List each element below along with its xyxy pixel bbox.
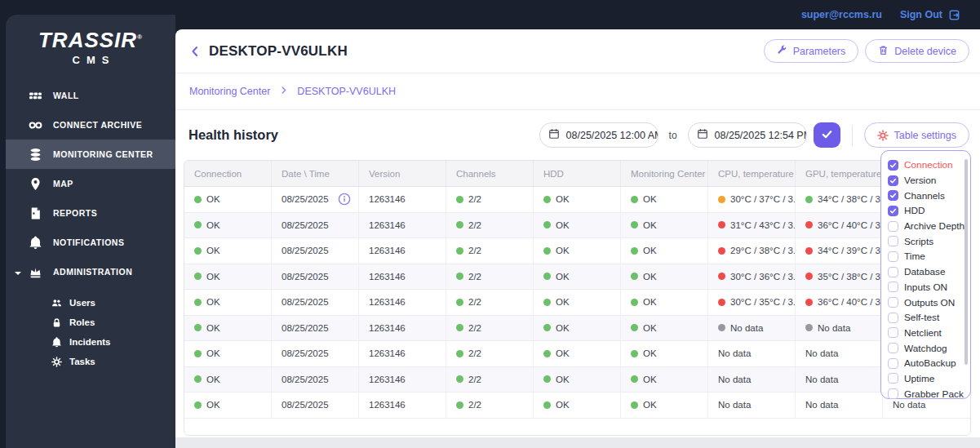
- info-icon[interactable]: [338, 193, 351, 206]
- table-row[interactable]: OK08/25/202512631462/2OKOK31°C / 43°C / …: [184, 213, 970, 239]
- table-cell: 36°C / 40°C / 3...: [796, 290, 883, 315]
- settings-option-channels[interactable]: Channels: [888, 188, 962, 203]
- table-row[interactable]: OK08/25/202512631462/2OKOK30°C / 35°C / …: [184, 290, 970, 316]
- settings-option-hdd[interactable]: HDD: [888, 203, 962, 219]
- table-cell: 1263146: [359, 367, 446, 393]
- sidebar-subitem-roles[interactable]: Roles: [6, 313, 175, 332]
- sign-out-button[interactable]: Sign Out: [900, 9, 960, 21]
- table-cell: 34°C / 38°C / 3...: [796, 187, 883, 212]
- sidebar-admin-submenu: UsersRolesIncidentsTasks: [6, 293, 175, 371]
- checkbox[interactable]: [888, 297, 898, 308]
- delete-device-button[interactable]: Delete device: [865, 39, 969, 63]
- sidebar-item-notifications[interactable]: NOTIFICATIONS: [6, 228, 175, 257]
- cell-text: OK: [206, 400, 220, 410]
- settings-option-version[interactable]: Version: [888, 173, 962, 189]
- status-dot-green: [543, 221, 551, 228]
- settings-option-connection[interactable]: Connection: [888, 157, 962, 173]
- checkbox[interactable]: [888, 267, 898, 277]
- status-dot-green: [456, 247, 463, 255]
- settings-option-time[interactable]: Time: [888, 249, 962, 264]
- cell-text: OK: [643, 246, 657, 255]
- checkbox[interactable]: [888, 327, 898, 338]
- status-dot-green: [543, 350, 551, 357]
- parameters-button[interactable]: Parameters: [764, 39, 859, 63]
- settings-option-uptime[interactable]: Uptime: [888, 371, 962, 387]
- table-settings-button[interactable]: Table settings: [864, 122, 969, 148]
- date-to-input[interactable]: 08/25/2025 12:54 PM: [688, 122, 807, 148]
- settings-option-watchdog[interactable]: Watchdog: [888, 340, 962, 356]
- breadcrumb-monitoring-center[interactable]: Monitoring Center: [189, 86, 270, 97]
- logo-text: TRASSIR®: [6, 28, 175, 53]
- cell-text: 08/25/2025: [282, 375, 329, 384]
- settings-option-grabber-pack[interactable]: Grabber Pack: [888, 386, 962, 401]
- caret-down-icon[interactable]: [15, 268, 21, 278]
- settings-option-inputs-on[interactable]: Inputs ON: [888, 280, 962, 295]
- sidebar-item-connect-archive[interactable]: CONNECT ARCHIVE: [6, 110, 175, 140]
- table-cell: OK: [534, 367, 621, 393]
- settings-option-database[interactable]: Database: [888, 264, 962, 280]
- checkbox[interactable]: [888, 160, 898, 171]
- table-row[interactable]: OK08/25/202512631462/2OKOKNo dataNo data: [184, 341, 970, 367]
- checkbox[interactable]: [888, 190, 898, 201]
- table-cell: OK: [621, 238, 708, 264]
- settings-option-self-test[interactable]: Self-test: [888, 310, 962, 326]
- status-dot-red: [718, 247, 725, 255]
- sidebar-subitem-tasks[interactable]: Tasks: [6, 352, 175, 371]
- table-row[interactable]: OK08/25/202512631462/2OKOK30°C / 37°C / …: [184, 187, 970, 213]
- settings-option-scripts[interactable]: Scripts: [888, 233, 962, 249]
- table-row[interactable]: OK08/25/202512631462/2OKOKNo dataNo data: [184, 367, 970, 393]
- date-from-input[interactable]: 08/25/2025 12:00 AM: [539, 122, 659, 148]
- checkbox[interactable]: [888, 358, 898, 369]
- apply-date-button[interactable]: [814, 122, 840, 148]
- sidebar-subitem-users[interactable]: Users: [6, 293, 175, 313]
- sidebar-item-reports[interactable]: REPORTS: [6, 198, 175, 228]
- settings-option-outputs-on[interactable]: Outputs ON: [888, 295, 962, 310]
- bell-small-icon: [51, 337, 62, 348]
- crown-icon: [29, 265, 42, 279]
- table-row[interactable]: OK08/25/202512631462/2OKOKNo dataNo data…: [184, 393, 970, 419]
- table-row[interactable]: OK08/25/202512631462/2OKOK30°C / 36°C / …: [184, 264, 970, 291]
- table-cell: 08/25/2025: [272, 341, 359, 366]
- cell-text: 30°C / 36°C / 3...: [730, 272, 796, 282]
- table-cell: 1263146: [359, 316, 446, 341]
- table-cell: OK: [534, 290, 621, 315]
- cell-text: OK: [556, 246, 570, 255]
- cell-text: OK: [643, 400, 657, 410]
- scrollbar-thumb[interactable]: [964, 159, 968, 365]
- cell-text: OK: [206, 323, 220, 333]
- checkbox[interactable]: [888, 343, 898, 353]
- table-row[interactable]: OK08/25/202512631462/2OKOK29°C / 38°C / …: [184, 238, 970, 264]
- column-header: Monitoring Center: [621, 161, 708, 186]
- page-title: DESKTOP-VV6ULKH: [209, 43, 348, 60]
- sidebar-item-administration[interactable]: ADMINISTRATION: [6, 257, 175, 286]
- settings-option-archive-depth[interactable]: Archive Depth: [888, 219, 962, 234]
- settings-option-autobackup[interactable]: AutoBackup: [888, 356, 962, 371]
- table-cell: OK: [621, 367, 708, 393]
- status-dot-green: [631, 221, 638, 228]
- sidebar-item-wall[interactable]: WALL: [6, 81, 175, 110]
- checkbox[interactable]: [888, 206, 898, 216]
- cell-text: OK: [643, 194, 657, 204]
- checkbox[interactable]: [888, 175, 898, 186]
- checkbox[interactable]: [888, 282, 898, 292]
- table-row[interactable]: OK08/25/202512631462/2OKOKNo dataNo data: [184, 316, 970, 342]
- checkbox[interactable]: [888, 221, 898, 232]
- sidebar-subitem-incidents[interactable]: Incidents: [6, 332, 175, 352]
- settings-option-netclient[interactable]: Netclient: [888, 326, 962, 341]
- sidebar-subitem-label: Roles: [69, 317, 95, 327]
- sidebar-item-monitoring-center[interactable]: MONITORING CENTER: [6, 140, 175, 169]
- table-cell: No data: [708, 367, 796, 393]
- checkbox[interactable]: [888, 251, 898, 262]
- sign-out-label: Sign Out: [900, 9, 942, 20]
- settings-option-label: Archive Depth: [904, 220, 964, 232]
- checkbox[interactable]: [888, 388, 898, 399]
- checkbox[interactable]: [888, 373, 898, 384]
- database-icon: [29, 148, 42, 162]
- sidebar-item-map[interactable]: MAP: [6, 169, 175, 198]
- sidebar-subitem-label: Tasks: [69, 357, 95, 366]
- table-cell: 1263146: [359, 187, 446, 212]
- checkbox[interactable]: [888, 236, 898, 246]
- checkbox[interactable]: [888, 313, 898, 323]
- cell-text: No data: [805, 348, 838, 358]
- back-icon[interactable]: [188, 45, 202, 58]
